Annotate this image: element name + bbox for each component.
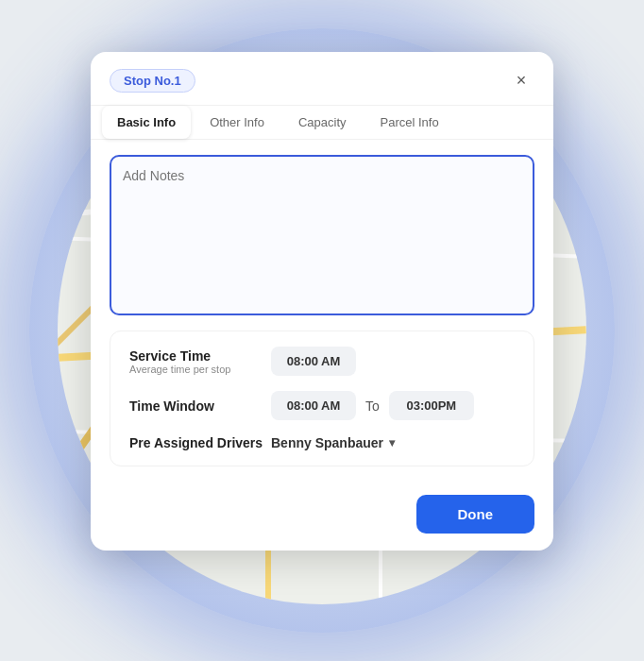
modal-body: Service Time Average time per stop 08:00… xyxy=(91,140,553,482)
pre-assigned-drivers-main-label: Pre Assigned Drivers xyxy=(129,435,271,450)
time-window-row: Time Window 08:00 AM To 03:00PM xyxy=(129,391,515,420)
driver-name: Benny Spanbauer xyxy=(271,435,383,450)
time-window-value: 08:00 AM To 03:00PM xyxy=(271,391,515,420)
service-time-chip[interactable]: 08:00 AM xyxy=(271,347,356,376)
modal-header: Stop No.1 × xyxy=(91,52,553,105)
time-window-main-label: Time Window xyxy=(129,398,271,414)
modal-footer: Done xyxy=(91,482,553,551)
notes-textarea[interactable] xyxy=(110,155,534,315)
pre-assigned-drivers-label: Pre Assigned Drivers xyxy=(129,435,271,450)
service-time-value: 08:00 AM xyxy=(271,347,515,376)
tab-parcel-info[interactable]: Parcel Info xyxy=(365,106,454,139)
tab-other-info[interactable]: Other Info xyxy=(195,106,280,139)
info-section: Service Time Average time per stop 08:00… xyxy=(110,330,534,466)
tab-basic-info[interactable]: Basic Info xyxy=(102,106,191,139)
modal-card: Stop No.1 × Basic Info Other Info Capaci… xyxy=(91,52,553,551)
service-time-main-label: Service Time xyxy=(129,348,271,364)
time-window-label: Time Window xyxy=(129,398,271,414)
done-button[interactable]: Done xyxy=(416,495,535,534)
to-separator: To xyxy=(365,398,380,414)
close-icon: × xyxy=(517,71,527,91)
time-window-to-chip[interactable]: 03:00PM xyxy=(389,391,474,420)
service-time-label: Service Time Average time per stop xyxy=(129,348,271,375)
close-button[interactable]: × xyxy=(508,67,534,93)
pre-assigned-drivers-row: Pre Assigned Drivers Benny Spanbauer ▾ xyxy=(129,435,515,450)
service-time-row: Service Time Average time per stop 08:00… xyxy=(129,347,515,376)
service-time-sub-label: Average time per stop xyxy=(129,364,271,375)
tabs-row: Basic Info Other Info Capacity Parcel In… xyxy=(91,105,553,140)
time-window-from-chip[interactable]: 08:00 AM xyxy=(271,391,356,420)
pre-assigned-drivers-value: Benny Spanbauer ▾ xyxy=(271,435,515,450)
chevron-down-icon: ▾ xyxy=(389,436,395,449)
tab-capacity[interactable]: Capacity xyxy=(283,106,362,139)
driver-select-button[interactable]: Benny Spanbauer ▾ xyxy=(271,435,395,450)
stop-badge: Stop No.1 xyxy=(110,69,195,93)
